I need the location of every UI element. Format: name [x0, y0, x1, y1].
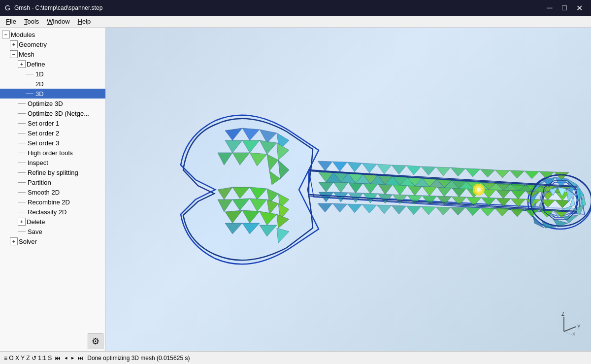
menu-help[interactable]: Help [74, 17, 95, 26]
svg-text:X: X [572, 331, 575, 336]
svg-marker-156 [480, 208, 495, 216]
gear-button[interactable]: ⚙ [88, 333, 103, 349]
tree-item-1d[interactable]: 1D [0, 69, 105, 79]
svg-marker-149 [377, 205, 392, 214]
svg-marker-151 [406, 206, 421, 215]
tree-item-setorder3[interactable]: Set order 3 [0, 138, 105, 148]
svg-marker-157 [495, 208, 510, 216]
label-solver: Solver [19, 238, 37, 245]
dash-inspect [18, 163, 26, 163]
label-reclassify2d: Reclassify 2D [28, 208, 66, 216]
svg-text:Z: Z [561, 312, 564, 317]
svg-marker-152 [421, 206, 436, 215]
sidebar: − Modules + Geometry − Mesh + Define 1D … [0, 28, 106, 351]
svg-marker-153 [436, 207, 451, 215]
expander-geometry: + [10, 40, 18, 48]
label-refine: Refine by splitting [28, 169, 78, 176]
dash-setorder3 [18, 143, 26, 143]
status-nav: ⏮ ◀ ▶ ⏭ [55, 355, 84, 362]
svg-marker-138 [465, 168, 480, 177]
tree-item-inspect[interactable]: Inspect [0, 158, 105, 167]
expander-mesh: − [10, 50, 18, 58]
tree-item-save[interactable]: Save [0, 227, 105, 236]
tree-item-optimize3d-netgen[interactable]: Optimize 3D (Netge... [0, 108, 105, 118]
title-bar: G Gmsh - C:\temp\cad\spanner.step ─ □ ✕ [0, 0, 591, 16]
dash-refine [18, 172, 26, 173]
tree-item-modules[interactable]: − Modules [0, 30, 105, 39]
svg-text:Y: Y [577, 324, 581, 330]
label-optimize3d-netgen: Optimize 3D (Netge... [28, 110, 89, 117]
dash-save [18, 232, 26, 232]
svg-marker-135 [421, 166, 436, 175]
dash-3d [26, 94, 33, 94]
tree-item-setorder1[interactable]: Set order 1 [0, 118, 105, 128]
label-recombine2d: Recombine 2D [28, 199, 70, 206]
tree-item-3d[interactable]: 3D [0, 89, 105, 99]
svg-marker-146 [332, 203, 347, 212]
label-setorder2: Set order 2 [28, 130, 59, 137]
dash-setorder2 [18, 133, 26, 133]
tree-item-delete[interactable]: + Delete [0, 217, 105, 227]
svg-marker-136 [436, 167, 451, 176]
label-1d: 1D [35, 70, 44, 78]
label-2d: 2D [35, 80, 44, 88]
svg-marker-158 [510, 208, 525, 217]
tree-item-recombine2d[interactable]: Recombine 2D [0, 197, 105, 207]
tree-item-solver[interactable]: + Solver [0, 236, 105, 246]
expander-modules: − [2, 31, 10, 38]
svg-marker-129 [332, 162, 347, 171]
label-smooth2d: Smooth 2D [28, 189, 60, 196]
menu-tools[interactable]: Tools [20, 17, 43, 26]
label-define: Define [27, 61, 45, 68]
minimize-button[interactable]: ─ [543, 1, 557, 15]
app-icon: G [5, 4, 10, 12]
tree-item-refine[interactable]: Refine by splitting [0, 167, 105, 177]
dash-partition [18, 182, 26, 183]
svg-line-167 [564, 327, 576, 331]
tree-item-optimize3d[interactable]: Optimize 3D [0, 99, 105, 108]
tree-item-2d[interactable]: 2D [0, 79, 105, 89]
tree-item-mesh[interactable]: − Mesh [0, 49, 105, 59]
maximize-button[interactable]: □ [558, 1, 571, 15]
status-coords: ≡ O X Y Z ↺ 1:1 S [4, 355, 52, 362]
svg-marker-134 [406, 165, 421, 175]
svg-marker-140 [495, 170, 510, 178]
tree-item-setorder2[interactable]: Set order 2 [0, 128, 105, 138]
svg-marker-147 [347, 204, 362, 213]
svg-point-105 [477, 188, 481, 192]
label-geometry: Geometry [19, 41, 47, 48]
label-3d: 3D [35, 90, 44, 98]
svg-marker-141 [510, 170, 525, 178]
svg-marker-145 [318, 203, 332, 212]
menu-window[interactable]: Window [43, 17, 73, 26]
svg-marker-139 [480, 169, 495, 177]
tree-item-reclassify2d[interactable]: Reclassify 2D [0, 207, 105, 217]
svg-line-172 [564, 331, 572, 335]
status-text: Done optimizing 3D mesh (0.015625 s) [87, 355, 190, 362]
dash-setorder1 [18, 123, 26, 124]
svg-marker-148 [362, 204, 377, 213]
tree-item-smooth2d[interactable]: Smooth 2D [0, 187, 105, 197]
tree-item-geometry[interactable]: + Geometry [0, 39, 105, 49]
svg-marker-130 [347, 162, 362, 172]
svg-marker-131 [362, 163, 377, 173]
dash-1d [26, 74, 33, 74]
dash-recombine2d [18, 202, 26, 202]
label-delete: Delete [27, 218, 45, 226]
label-mesh: Mesh [19, 51, 34, 58]
viewport[interactable]: Y Z X [106, 28, 591, 351]
svg-marker-132 [377, 164, 392, 174]
dash-highordertools [18, 153, 26, 153]
dash-reclassify2d [18, 212, 26, 212]
label-modules: Modules [11, 31, 35, 38]
expander-define: + [18, 60, 26, 68]
tree-item-partition[interactable]: Partition [0, 177, 105, 187]
close-button[interactable]: ✕ [572, 1, 586, 15]
main-container: − Modules + Geometry − Mesh + Define 1D … [0, 28, 591, 351]
label-save: Save [28, 228, 42, 235]
label-partition: Partition [28, 179, 51, 186]
menu-file[interactable]: File [2, 17, 20, 26]
tree-item-define[interactable]: + Define [0, 59, 105, 69]
window-title: Gmsh - C:\temp\cad\spanner.step [14, 4, 102, 11]
tree-item-highordertools[interactable]: High order tools [0, 148, 105, 158]
